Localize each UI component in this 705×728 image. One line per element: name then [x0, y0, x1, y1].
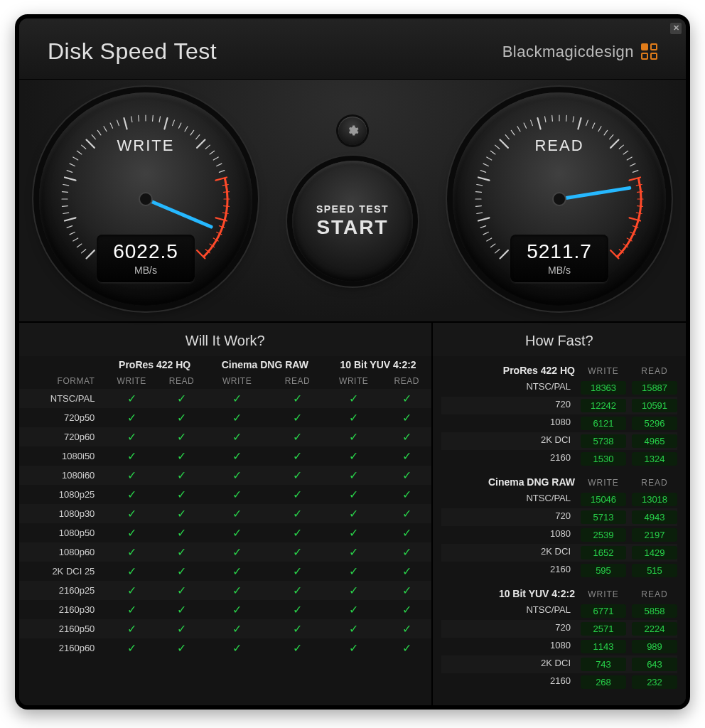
- table-row: 1080i50✓✓✓✓✓✓: [19, 446, 431, 466]
- how-fast-group-header: ProRes 422 HQWRITEREAD: [441, 360, 677, 379]
- read-fps: 2197: [632, 528, 677, 542]
- check-icon: ✓: [158, 581, 205, 600]
- svg-line-40: [217, 164, 222, 166]
- write-fps: 1652: [581, 546, 626, 560]
- start-button[interactable]: SPEED TEST START: [292, 161, 413, 282]
- how-fast-row: 2160595515: [441, 562, 677, 579]
- resolution-label: 2160: [441, 564, 575, 577]
- write-fps: 268: [581, 675, 626, 689]
- format-cell: 1080p60: [19, 542, 104, 562]
- app-title: Disk Speed Test: [48, 38, 217, 65]
- read-fps: 2224: [632, 622, 677, 636]
- how-fast-panel: How Fast? ProRes 422 HQWRITEREADNTSC/PAL…: [433, 323, 686, 705]
- check-icon: ✓: [269, 389, 325, 408]
- check-icon: ✓: [158, 504, 205, 523]
- write-fps: 1143: [581, 640, 626, 653]
- svg-line-25: [131, 117, 132, 122]
- read-fps: 15887: [632, 381, 677, 395]
- check-icon: ✓: [269, 504, 325, 523]
- check-icon: ✓: [104, 562, 158, 581]
- resolution-label: 2K DCI: [441, 658, 575, 671]
- svg-line-14: [70, 164, 75, 166]
- resolution-label: NTSC/PAL: [441, 381, 575, 395]
- check-icon: ✓: [382, 600, 431, 619]
- header: Disk Speed Test Blackmagicdesign: [19, 18, 686, 79]
- how-fast-row: NTSC/PAL1504613018: [441, 491, 677, 508]
- brand-logo: Blackmagicdesign: [502, 43, 657, 61]
- read-fps: 232: [632, 675, 677, 689]
- check-icon: ✓: [382, 504, 431, 523]
- check-icon: ✓: [104, 581, 158, 600]
- write-fps: 12242: [581, 399, 626, 412]
- resolution-label: 1080: [441, 640, 575, 653]
- format-cell: 1080p25: [19, 485, 104, 504]
- write-fps: 743: [581, 658, 626, 671]
- check-icon: ✓: [382, 466, 431, 485]
- check-icon: ✓: [104, 619, 158, 638]
- check-icon: ✓: [269, 562, 325, 581]
- check-icon: ✓: [104, 446, 158, 466]
- check-icon: ✓: [382, 446, 431, 466]
- check-icon: ✓: [205, 581, 269, 600]
- how-fast-row: 72025712224: [441, 620, 677, 638]
- svg-line-96: [627, 157, 632, 160]
- brand-text: Blackmagicdesign: [502, 43, 634, 61]
- read-gauge-label: READ: [453, 136, 666, 155]
- check-icon: ✓: [269, 523, 325, 542]
- check-icon: ✓: [382, 408, 431, 427]
- read-header: READ: [632, 589, 677, 599]
- how-fast-row: 7201224210591: [441, 397, 677, 414]
- check-icon: ✓: [104, 427, 158, 446]
- write-fps: 5713: [581, 510, 626, 524]
- svg-line-68: [477, 185, 483, 186]
- svg-line-63: [478, 218, 489, 220]
- resolution-label: 2K DCI: [441, 434, 575, 448]
- read-fps: 989: [632, 640, 677, 653]
- resolution-label: 2160: [441, 452, 575, 466]
- check-icon: ✓: [325, 542, 382, 562]
- svg-line-85: [566, 115, 567, 121]
- format-cell: 1080i60: [19, 466, 104, 485]
- resolution-label: 720: [441, 510, 575, 524]
- read-fps: 1429: [632, 546, 677, 560]
- app-window: ✕ Disk Speed Test Blackmagicdesign WRITE…: [15, 14, 690, 710]
- svg-line-69: [478, 177, 489, 180]
- svg-line-112: [559, 188, 630, 199]
- check-icon: ✓: [382, 389, 431, 408]
- check-icon: ✓: [325, 638, 382, 658]
- close-button[interactable]: ✕: [670, 23, 682, 34]
- write-fps: 15046: [581, 493, 626, 506]
- svg-line-22: [110, 123, 112, 128]
- svg-line-20: [97, 130, 101, 135]
- settings-button[interactable]: [338, 117, 367, 145]
- w0: WRITE: [104, 373, 158, 389]
- read-fps: 1324: [632, 452, 677, 466]
- how-fast-row: NTSC/PAL67715858: [441, 602, 677, 620]
- how-fast-group: 10 Bit YUV 4:2:2WRITEREADNTSC/PAL6771585…: [441, 584, 677, 691]
- svg-line-8: [62, 206, 68, 207]
- svg-line-33: [185, 127, 188, 132]
- table-row: 720p50✓✓✓✓✓✓: [19, 408, 431, 427]
- format-cell: 2160p30: [19, 600, 104, 619]
- table-row: 1080p50✓✓✓✓✓✓: [19, 523, 431, 542]
- svg-line-29: [159, 117, 160, 122]
- check-icon: ✓: [325, 466, 382, 485]
- check-icon: ✓: [158, 638, 205, 658]
- check-icon: ✓: [325, 504, 382, 523]
- table-row: NTSC/PAL✓✓✓✓✓✓: [19, 389, 431, 408]
- svg-line-79: [524, 123, 526, 128]
- check-icon: ✓: [325, 581, 382, 600]
- resolution-label: 2160: [441, 675, 575, 689]
- svg-line-89: [592, 123, 594, 128]
- write-gauge-label: WRITE: [39, 136, 252, 155]
- check-icon: ✓: [382, 485, 431, 504]
- read-fps: 515: [632, 564, 677, 577]
- how-fast-row: 10801143989: [441, 638, 677, 655]
- check-icon: ✓: [205, 600, 269, 619]
- svg-line-12: [65, 177, 75, 180]
- format-cell: 720p60: [19, 427, 104, 446]
- format-cell: 2160p50: [19, 619, 104, 638]
- check-icon: ✓: [269, 600, 325, 619]
- table-row: 1080p25✓✓✓✓✓✓: [19, 485, 431, 504]
- how-fast-row: 216015301324: [441, 450, 677, 468]
